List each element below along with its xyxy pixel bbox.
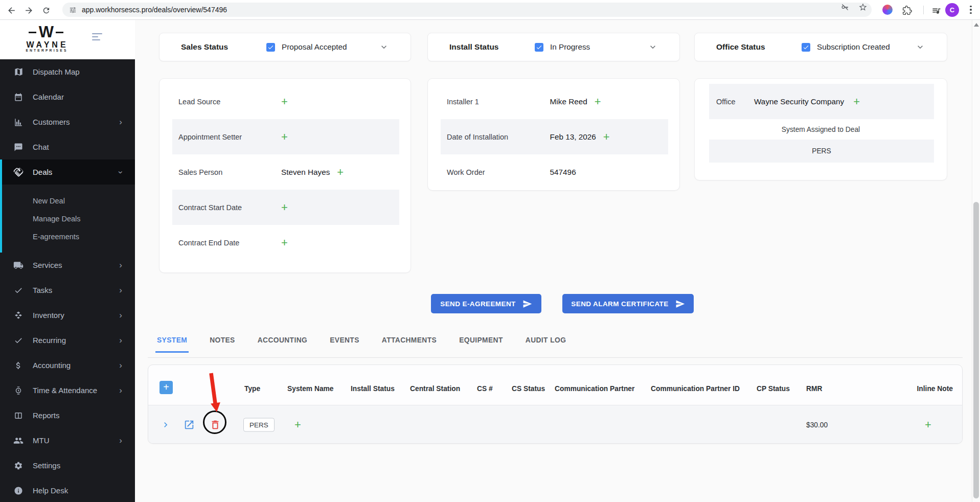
sidebar-item[interactable]: Deals: [0, 159, 135, 185]
sidebar-item[interactable]: Help Desk: [0, 478, 135, 502]
detail-row: Work Order 547496 +: [441, 154, 668, 190]
delete-row-icon[interactable]: [210, 419, 221, 430]
handshake-icon: [13, 167, 24, 177]
tab[interactable]: SYSTEM: [155, 336, 189, 353]
add-icon[interactable]: +: [281, 238, 288, 248]
scrollbar-thumb[interactable]: [973, 202, 979, 498]
bookmark-star-icon[interactable]: [857, 3, 869, 12]
check-icon: [13, 285, 24, 295]
install-status-select[interactable]: Install Status In Progress: [427, 33, 680, 61]
calendar-icon: [13, 92, 24, 102]
sidebar-item[interactable]: Chat: [0, 134, 135, 159]
send-eagreement-button[interactable]: SEND E-AGREEMENT: [431, 294, 541, 313]
reload-button[interactable]: [39, 4, 53, 17]
people-icon: [13, 436, 24, 446]
scrollbar-up-arrow[interactable]: [974, 23, 979, 27]
sidebar-item[interactable]: Settings: [0, 453, 135, 478]
sidebar-item[interactable]: Recurring: [0, 328, 135, 353]
column-header-communication-partner: Communication Partner: [555, 385, 634, 393]
chevron-down-icon: [915, 42, 925, 52]
media-controls-icon[interactable]: [930, 5, 942, 16]
watch-icon: [13, 385, 24, 396]
sidebar-collapse-icon[interactable]: [92, 33, 103, 41]
add-icon[interactable]: +: [853, 97, 860, 107]
bar-chart-icon: [13, 117, 24, 127]
chevron-icon: [117, 437, 125, 445]
sidebar-item[interactable]: Tasks: [0, 278, 135, 303]
dollar-icon: [13, 360, 24, 371]
office-status-select[interactable]: Office Status Subscription Created: [694, 33, 947, 61]
url-text[interactable]: app.workhorsescs.pro/deals/overview/5474…: [82, 6, 227, 14]
tab[interactable]: EQUIPMENT: [458, 336, 505, 353]
open-in-new-icon[interactable]: [184, 419, 195, 430]
column-header-rmr: RMR: [806, 385, 822, 393]
system-type-chip: PERS: [243, 418, 275, 432]
office-row: Office Wayne Security Company +: [709, 84, 934, 119]
add-icon[interactable]: +: [595, 97, 601, 107]
forward-button[interactable]: [22, 4, 35, 17]
sidebar-subitem[interactable]: Manage Deals: [0, 210, 135, 227]
add-icon[interactable]: +: [603, 132, 610, 142]
column-header-install-status: Install Status: [351, 385, 395, 393]
sidebar-item[interactable]: MTU: [0, 428, 135, 453]
chat-icon: [13, 142, 24, 152]
chevron-icon: [117, 361, 125, 370]
sidebar-item[interactable]: Time & Attendance: [0, 378, 135, 403]
sidebar-item[interactable]: Services: [0, 253, 135, 278]
extensions-puzzle-icon[interactable]: [901, 5, 913, 16]
column-header-cs-: CS #: [477, 385, 493, 393]
back-button[interactable]: [5, 4, 18, 17]
browser-chrome: app.workhorsescs.pro/deals/overview/5474…: [0, 0, 980, 20]
add-icon[interactable]: +: [281, 132, 288, 142]
sidebar-nav: Dispatch Map Calendar Customers: [0, 59, 135, 502]
chevron-icon: [117, 462, 125, 470]
add-icon[interactable]: +: [337, 167, 344, 177]
tab[interactable]: ATTACHMENTS: [380, 336, 438, 353]
sidebar-item[interactable]: Reports: [0, 403, 135, 428]
chrome-menu-icon[interactable]: [968, 4, 974, 15]
page-scrollbar[interactable]: [972, 20, 980, 502]
checkbox-checked-icon[interactable]: [535, 43, 543, 52]
add-system-button[interactable]: +: [159, 381, 173, 394]
sidebar-item[interactable]: Accounting: [0, 353, 135, 378]
sidebar-item[interactable]: Calendar: [0, 84, 135, 109]
chevron-down-icon: [648, 42, 658, 52]
tab[interactable]: ACCOUNTING: [256, 336, 309, 353]
tab[interactable]: NOTES: [208, 336, 237, 353]
address-bar[interactable]: app.workhorsescs.pro/deals/overview/5474…: [62, 3, 872, 17]
system-assigned-value: PERS: [709, 140, 934, 163]
sidebar-subitem[interactable]: New Deal: [0, 192, 135, 210]
tabs-divider: [148, 357, 963, 358]
checkbox-checked-icon[interactable]: [266, 43, 275, 52]
logo-box: W WAYNE ENTERPRISES: [0, 20, 135, 59]
chevron-icon: [117, 336, 125, 345]
sidebar-item[interactable]: Inventory: [0, 303, 135, 328]
expand-row-icon[interactable]: [161, 420, 171, 430]
add-icon[interactable]: +: [281, 202, 288, 213]
send-alarm-certificate-button[interactable]: SEND ALARM CERTIFICATE: [562, 294, 694, 313]
sidebar-subitem[interactable]: E-agreements: [0, 227, 135, 245]
chevron-icon: [117, 93, 125, 101]
sidebar-item[interactable]: Dispatch Map: [0, 59, 135, 84]
sales-status-select[interactable]: Sales Status Proposal Accepted: [159, 33, 411, 61]
chevron-icon: [117, 118, 125, 126]
tab[interactable]: EVENTS: [328, 336, 361, 353]
extension-icon[interactable]: [882, 5, 893, 15]
profile-avatar[interactable]: C: [945, 3, 959, 17]
office-detail-card: Office Wayne Security Company + System A…: [694, 78, 947, 180]
table-header-row: + TypeSystem NameInstall StatusCentral S…: [148, 365, 962, 405]
add-system-name-icon[interactable]: +: [294, 418, 301, 431]
send-icon: [675, 299, 685, 309]
chevron-icon: [117, 311, 125, 320]
add-inline-note-icon[interactable]: +: [925, 418, 931, 431]
chevron-icon: [117, 286, 125, 294]
add-icon[interactable]: +: [281, 97, 288, 107]
sidebar-item[interactable]: Customers: [0, 109, 135, 134]
tab[interactable]: AUDIT LOG: [524, 336, 567, 353]
passkey-off-icon[interactable]: [839, 3, 851, 12]
chevron-icon: [117, 68, 125, 76]
detail-row: Contract End Date +: [172, 225, 399, 260]
column-header-system-name: System Name: [287, 385, 334, 393]
checkbox-checked-icon[interactable]: [802, 43, 810, 52]
site-info-icon[interactable]: [69, 6, 77, 14]
